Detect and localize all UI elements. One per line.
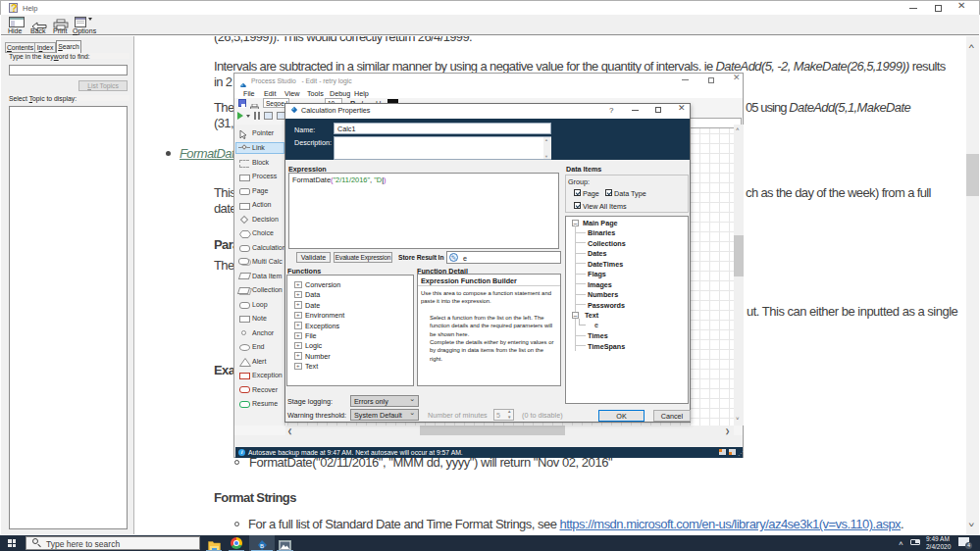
- svg-text:B: B: [260, 543, 264, 549]
